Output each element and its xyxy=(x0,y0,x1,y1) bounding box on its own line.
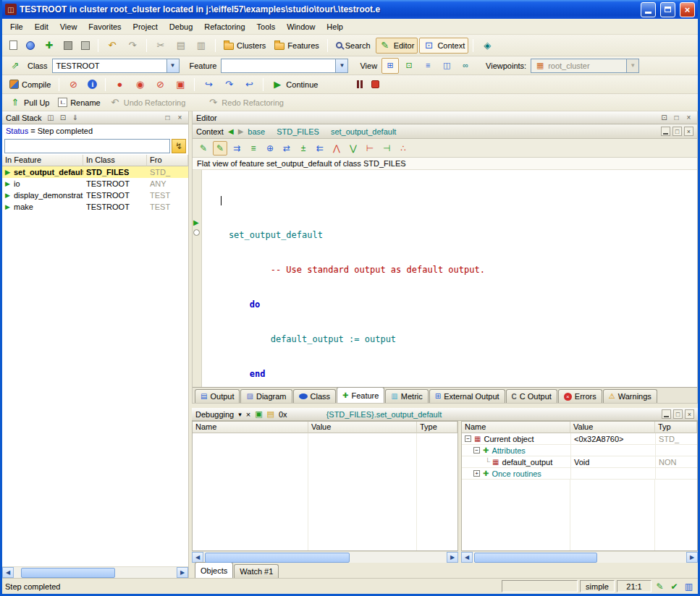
view-external-button[interactable]: ◫ xyxy=(438,58,455,74)
collapse-icon[interactable]: − xyxy=(473,447,480,454)
enable-breakpoints-button[interactable]: ● xyxy=(110,77,129,93)
cut-button[interactable]: ✂ xyxy=(151,38,170,54)
view-link-button[interactable]: ∞ xyxy=(457,58,474,74)
redo-refactoring-button[interactable]: ↷Redo Refactoring xyxy=(203,95,287,111)
view-editor-button[interactable]: ⊡ xyxy=(400,58,418,74)
minimize-pane-icon[interactable] xyxy=(662,409,671,419)
collapse-icon[interactable]: − xyxy=(465,435,471,442)
show-breakpoints-button[interactable]: ▣ xyxy=(171,77,190,93)
breadcrumb-feature[interactable]: set_output_default xyxy=(331,127,397,136)
chevron-down-icon[interactable]: ▼ xyxy=(335,59,347,72)
tab-warnings[interactable]: ⚠Warnings xyxy=(603,389,657,403)
menu-favorites[interactable]: Favorites xyxy=(83,20,127,33)
tab-external-output[interactable]: ⊞External Output xyxy=(429,389,505,403)
menu-refactoring[interactable]: Refactoring xyxy=(198,20,250,33)
expand-icon[interactable]: + xyxy=(473,470,480,477)
viewpoints-combo[interactable]: ▦ root_cluster ▼ xyxy=(531,59,639,73)
redo-button[interactable]: ↷ xyxy=(123,38,142,54)
tab-feature[interactable]: ✚Feature xyxy=(337,387,384,403)
suppliers-button[interactable]: ⊣ xyxy=(379,141,394,156)
history-forward-icon[interactable]: ▶ xyxy=(238,127,244,135)
column-header[interactable]: Fro xyxy=(147,155,188,166)
table-row[interactable]: ▶io TESTROOT ANY xyxy=(2,178,188,190)
tab-output[interactable]: ▤Output xyxy=(195,389,240,403)
homonyms-button[interactable]: ∴ xyxy=(396,141,410,156)
maximize-pane-icon[interactable]: □ xyxy=(163,113,172,122)
new-document-button[interactable] xyxy=(6,38,21,54)
scroll-left-icon[interactable]: ◀ xyxy=(192,552,203,563)
column-header[interactable]: Typ xyxy=(655,422,697,433)
close-pane-icon[interactable]: × xyxy=(685,409,694,419)
column-header[interactable]: Value xyxy=(308,422,417,433)
tab-watch-1[interactable]: Watch #1 xyxy=(234,564,279,578)
close-pane-icon[interactable]: × xyxy=(684,113,693,122)
dock-icon[interactable]: ⊡ xyxy=(59,113,68,122)
hide-icon[interactable]: ⇓ xyxy=(71,113,80,122)
disable-breakpoints-button[interactable]: ◉ xyxy=(130,77,149,93)
feature-combo[interactable]: ▼ xyxy=(221,59,348,73)
rename-button[interactable]: I..Rename xyxy=(54,95,104,111)
code-text[interactable]: set_output_default -- Use standard outpu… xyxy=(202,170,697,387)
diagram-tool-button[interactable]: ◈ xyxy=(478,38,497,54)
step-over-button[interactable]: ↷ xyxy=(219,77,238,93)
features-button[interactable]: Features xyxy=(271,38,322,54)
float-icon[interactable]: ⊡ xyxy=(659,113,669,122)
pull-up-button[interactable]: ⇑Pull Up xyxy=(6,95,53,111)
scroll-left-icon[interactable]: ◀ xyxy=(2,567,14,578)
info-button[interactable]: i xyxy=(84,77,101,93)
scroll-thumb[interactable] xyxy=(474,553,597,563)
table-row[interactable]: ▶make TESTROOT TEST xyxy=(2,201,188,213)
ancestors-button[interactable]: ⋀ xyxy=(329,141,344,156)
close-button[interactable]: × xyxy=(680,2,695,17)
watch-table-body[interactable] xyxy=(193,433,457,550)
watch-hscrollbar[interactable]: ◀ ▶ xyxy=(192,551,458,563)
history-back-icon[interactable]: ◀ xyxy=(228,127,234,135)
contract-view-button[interactable]: ⊕ xyxy=(263,141,277,156)
tree-row[interactable]: −▦Current object <0x32A8760> STD_ xyxy=(462,433,697,445)
step-into-button[interactable]: ↪ xyxy=(199,77,218,93)
menu-window[interactable]: Window xyxy=(281,20,321,33)
interface-view-button[interactable]: ⇄ xyxy=(279,141,294,156)
tab-metric[interactable]: ▥Metric xyxy=(385,389,428,403)
assigners-button[interactable]: ± xyxy=(296,141,311,156)
close-pane-icon[interactable]: × xyxy=(684,127,693,136)
compile-button[interactable]: Compile xyxy=(6,77,54,93)
column-header[interactable]: Value xyxy=(570,422,655,433)
minimize-pane-icon[interactable] xyxy=(661,127,670,136)
chevron-down-icon[interactable]: ▾ xyxy=(238,411,242,418)
table-row[interactable]: ▶set_output_default STD_FILES STD_ xyxy=(2,166,188,178)
column-header[interactable]: In Feature xyxy=(2,155,83,166)
copy-button[interactable]: ▤ xyxy=(172,38,190,54)
code-area[interactable]: ▶ set_output_default -- Use standard out… xyxy=(193,170,697,387)
scroll-right-icon[interactable]: ▶ xyxy=(686,552,698,563)
add-class-button[interactable]: ✚ xyxy=(40,38,59,54)
column-header[interactable]: Name xyxy=(193,422,308,433)
tab-class[interactable]: Class xyxy=(293,389,337,403)
paste-button[interactable]: ▥ xyxy=(192,38,211,54)
scroll-thumb[interactable] xyxy=(21,568,115,578)
float-icon[interactable]: ◫ xyxy=(46,113,56,122)
view-tab-button[interactable]: ⊞ xyxy=(381,58,399,74)
tab-errors[interactable]: ×Errors xyxy=(558,389,602,403)
tab-diagram[interactable]: ▨Diagram xyxy=(240,389,292,403)
maximize-pane-icon[interactable]: □ xyxy=(673,409,683,419)
new-feature-button[interactable]: ✎ xyxy=(213,141,227,156)
scroll-right-icon[interactable]: ▶ xyxy=(447,552,458,563)
context-toggle-button[interactable]: ⊡Context xyxy=(419,38,468,54)
maximize-button[interactable] xyxy=(660,2,675,17)
tree-row[interactable]: └▦default_output Void NON xyxy=(462,456,697,468)
view-list-button[interactable]: ≡ xyxy=(419,58,437,74)
class-combo[interactable]: TESTROOT ▼ xyxy=(52,59,180,73)
step-out-button[interactable]: ↩ xyxy=(240,77,258,93)
close-pane-icon[interactable]: × xyxy=(175,113,185,122)
tree-row[interactable]: +✚Once routines xyxy=(462,468,697,480)
descendants-button[interactable]: ⋁ xyxy=(346,141,360,156)
menu-view[interactable]: View xyxy=(54,20,83,33)
close-debug-icon[interactable]: × xyxy=(246,410,250,419)
search-button[interactable]: Search xyxy=(332,38,374,54)
breakpoint-slot-icon[interactable] xyxy=(193,229,200,236)
breadcrumb-library[interactable]: base xyxy=(248,127,265,136)
undo-refactoring-button[interactable]: ↶Undo Refactoring xyxy=(106,95,190,111)
object-tool-icon[interactable]: ▣ xyxy=(255,409,262,419)
undo-button[interactable]: ↶ xyxy=(103,38,122,54)
